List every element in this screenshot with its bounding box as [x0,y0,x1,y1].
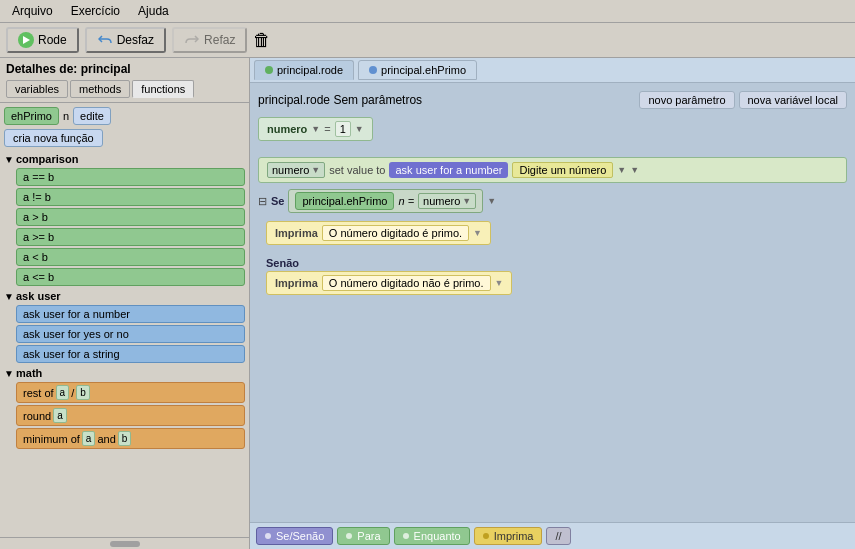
var-value-dropdown[interactable]: ▼ [355,124,364,134]
category-comparison: ▼ comparison a == b a != b a > b a >= b … [4,153,245,286]
tab-dot-rode [265,66,273,74]
tab-methods[interactable]: methods [70,80,130,98]
tab-ehprimo-label: principal.ehPrimo [381,64,466,76]
var-value: 1 [335,121,351,137]
n-label: n [63,110,69,122]
set-value-text: set value to [329,164,385,176]
else-print-text[interactable]: O número digitado não é primo. [322,275,491,291]
ask-user-header[interactable]: ▼ ask user [4,290,245,302]
math-header[interactable]: ▼ math [4,367,245,379]
se-collapse-toggle[interactable]: ⊟ [258,195,267,208]
para-dot [346,533,352,539]
refaz-label: Refaz [204,33,235,47]
btn-para[interactable]: Para [337,527,389,545]
block-a-gt-b[interactable]: a > b [16,208,245,226]
trash-icon[interactable]: 🗑 [253,30,271,51]
novo-param-button[interactable]: novo parâmetro [639,91,734,109]
var-equals: = [324,123,330,135]
set-stmt: numero ▼ set value to ask user for a num… [258,157,847,183]
then-print-text[interactable]: O número digitado é primo. [322,225,469,241]
condition-block[interactable]: principal.ehPrimo n = numero ▼ [288,189,483,213]
then-print-label: Imprima [275,227,318,239]
scrollbar-thumb-x [110,541,140,547]
set-var-name[interactable]: numero ▼ [267,162,325,178]
prompt-dropdown[interactable]: ▼ [617,165,626,175]
block-ask-yesno[interactable]: ask user for yes or no [16,325,245,343]
desfaz-button[interactable]: Desfaz [85,27,166,53]
variable-block-row: numero ▼ = 1 ▼ [258,117,847,149]
cond-var[interactable]: numero ▼ [418,193,476,209]
menubar: Arquivo Exercício Ajuda [0,0,855,23]
block-a-neq-b[interactable]: a != b [16,188,245,206]
set-var-text: numero [272,164,309,176]
ask-user-button[interactable]: ask user for a number [389,162,508,178]
stmt-end-dropdown[interactable]: ▼ [630,165,639,175]
btn-se-senao[interactable]: Se/Senão [256,527,333,545]
tab-principal-ehprimo[interactable]: principal.ehPrimo [358,60,477,80]
btn-enquanto[interactable]: Enquanto [394,527,470,545]
btn-comment[interactable]: // [546,527,570,545]
para-label: Para [357,530,380,542]
then-branch: Imprima O número digitado é primo. ▼ [258,217,847,249]
set-var-dropdown[interactable]: ▼ [311,165,320,175]
enquanto-dot [403,533,409,539]
left-panel: Detalhes de: principal variables methods… [0,58,250,549]
block-round[interactable]: round a [16,405,245,426]
then-print-dropdown[interactable]: ▼ [473,228,482,238]
block-a-gte-b[interactable]: a >= b [16,228,245,246]
ask-user-toggle: ▼ [4,291,14,302]
se-senao-label: Se/Senão [276,530,324,542]
tab-variables[interactable]: variables [6,80,68,98]
menu-exercicio[interactable]: Exercício [63,2,128,20]
left-panel-header: Detalhes de: principal variables methods… [0,58,249,103]
var-dropdown[interactable]: ▼ [311,124,320,134]
block-a-eq-b[interactable]: a == b [16,168,245,186]
comparison-header[interactable]: ▼ comparison [4,153,245,165]
block-a-lt-b[interactable]: a < b [16,248,245,266]
rode-button[interactable]: Rode [6,27,79,53]
block-rest-of[interactable]: rest of a / b [16,382,245,403]
toolbar: Rode Desfaz Refaz 🗑 [0,23,855,58]
nova-var-button[interactable]: nova variável local [739,91,848,109]
tab-bar: principal.rode principal.ehPrimo [250,58,855,83]
variable-block[interactable]: numero ▼ = 1 ▼ [258,117,373,141]
tab-functions[interactable]: functions [132,80,194,98]
tab-principal-rode[interactable]: principal.rode [254,60,354,80]
cond-var-dropdown[interactable]: ▼ [462,196,471,206]
comparison-items: a == b a != b a > b a >= b a < b a <= b [4,168,245,286]
category-math: ▼ math rest of a / b round a minimum of … [4,367,245,449]
se-block: ⊟ Se principal.ehPrimo n = numero ▼ ▼ [258,189,847,299]
math-items: rest of a / b round a minimum of a and b [4,382,245,449]
canvas-area: principal.rode Sem parâmetros novo parâm… [250,83,855,522]
canvas-filename: principal.rode [258,93,330,107]
ehprimo-row: ehPrimo n edite [4,107,245,125]
edit-button[interactable]: edite [73,107,111,125]
block-ask-string[interactable]: ask user for a string [16,345,245,363]
comparison-toggle: ▼ [4,154,14,165]
canvas-params: Sem parâmetros [333,93,422,107]
new-func-button[interactable]: cria nova função [4,129,103,147]
prompt-text[interactable]: Digite um número [512,162,613,178]
block-ask-number[interactable]: ask user for a number [16,305,245,323]
se-header: ⊟ Se principal.ehPrimo n = numero ▼ ▼ [258,189,847,213]
comparison-label: comparison [16,153,78,165]
comment-label: // [555,530,561,542]
ask-user-items: ask user for a number ask user for yes o… [4,305,245,363]
menu-arquivo[interactable]: Arquivo [4,2,61,20]
menu-ajuda[interactable]: Ajuda [130,2,177,20]
block-a-lte-b[interactable]: a <= b [16,268,245,286]
cond-operator: n = [398,195,414,207]
ehprimo-label[interactable]: ehPrimo [4,107,59,125]
math-toggle: ▼ [4,368,14,379]
play-icon [18,32,34,48]
else-print-stmt: Imprima O número digitado não é primo. ▼ [266,271,512,295]
btn-imprima[interactable]: Imprima [474,527,543,545]
se-end-dropdown[interactable]: ▼ [487,196,496,206]
block-minimum[interactable]: minimum of a and b [16,428,245,449]
func-call-label[interactable]: principal.ehPrimo [295,192,394,210]
refaz-button[interactable]: Refaz [172,27,247,53]
set-stmt-row: numero ▼ set value to ask user for a num… [258,157,847,183]
else-print-label: Imprima [275,277,318,289]
var-name: numero [267,123,307,135]
else-print-dropdown[interactable]: ▼ [495,278,504,288]
